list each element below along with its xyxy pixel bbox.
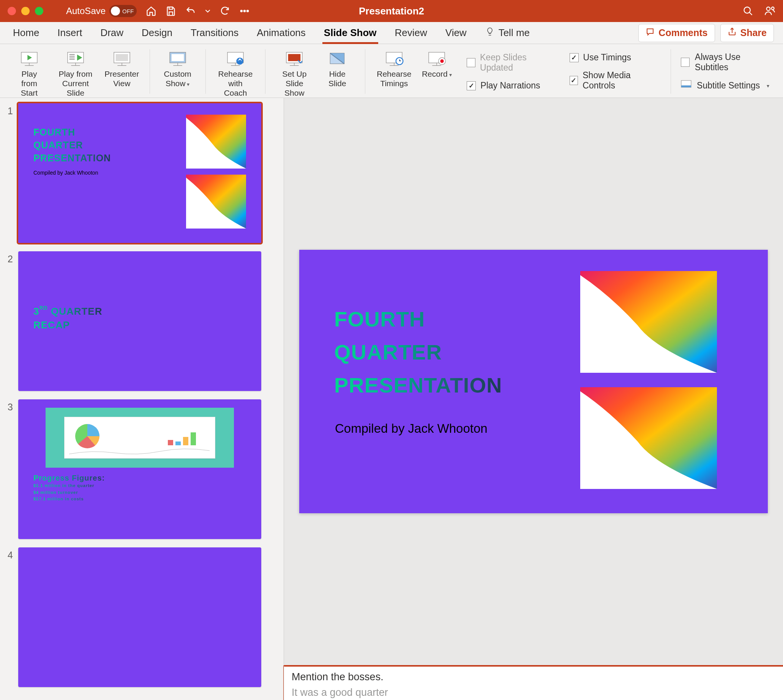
hide-slide-label: Hide Slide (329, 69, 346, 88)
slide-number: 4 (2, 547, 13, 561)
minimize-window-button[interactable] (21, 7, 30, 15)
thumb3-chart-bg (45, 408, 234, 468)
record-button[interactable]: Record▾ (416, 48, 457, 80)
thumb-title-block: FOURTH QUARTER PRESENTATION Compiled by … (33, 126, 111, 176)
autosave-state: OFF (122, 8, 134, 15)
tab-home[interactable]: Home (4, 22, 48, 44)
ribbon-group-custom: Custom Show▾ (154, 46, 202, 97)
thumb3-chart-card (64, 417, 215, 458)
tab-review[interactable]: Review (386, 22, 436, 44)
custom-show-label: Custom Show▾ (164, 69, 191, 88)
rehearse-timings-icon (384, 50, 405, 67)
search-icon[interactable] (743, 6, 753, 16)
svg-point-0 (241, 10, 242, 12)
lightbulb-icon (485, 27, 495, 39)
home-icon[interactable] (146, 6, 157, 16)
ribbon-group-rehearse: Rehearse with Coach (210, 46, 262, 97)
maximize-window-button[interactable] (35, 7, 43, 15)
svg-point-5 (771, 7, 774, 10)
setup-slide-show-button[interactable]: Set Up Slide Show (272, 48, 316, 100)
tab-insert[interactable]: Insert (48, 22, 91, 44)
account-icon[interactable] (765, 6, 775, 16)
slide-thumbnail-2[interactable]: 3RD QUARTER RECAP (18, 251, 261, 391)
bar-chart-icon (168, 432, 196, 445)
tab-draw[interactable]: Draw (91, 22, 132, 44)
always-use-subtitles-checkbox[interactable]: Always Use Subtitles (681, 52, 771, 73)
play-narrations-label: Play Narrations (480, 80, 540, 91)
svg-rect-10 (70, 58, 75, 60)
redo-icon[interactable] (219, 6, 230, 16)
autosave-toggle[interactable]: OFF (109, 5, 137, 17)
subtitle-settings-button[interactable]: Subtitle Settings▾ (681, 80, 771, 92)
slide-number: 2 (2, 251, 13, 265)
slide-number: 3 (2, 399, 13, 413)
play-from-current-label: Play from Current Slide (55, 69, 97, 98)
checkbox-icon (569, 76, 578, 85)
thumb3-item2: $4 million turnover (33, 489, 105, 496)
share-icon (728, 27, 737, 39)
custom-show-button[interactable]: Custom Show▾ (157, 48, 199, 90)
record-icon (426, 50, 447, 67)
chevron-down-icon: ▾ (767, 83, 769, 89)
ribbon-checks-right: Use Timings Show Media Controls (564, 46, 667, 97)
close-window-button[interactable] (8, 7, 16, 15)
thumb-title-block: 3RD QUARTER RECAP (33, 305, 102, 332)
main-title-block[interactable]: FOURTH QUARTER PRESENTATION (334, 303, 502, 402)
play-from-start-button[interactable]: Play from Start (8, 48, 50, 100)
main-line1: FOURTH (334, 303, 502, 336)
use-timings-checkbox[interactable]: Use Timings (569, 52, 661, 63)
document-title: Presentation2 (359, 5, 424, 17)
ribbon-separator (265, 49, 265, 94)
rehearse-timings-button[interactable]: Rehearse Timings (372, 48, 416, 90)
comments-button[interactable]: Comments (638, 24, 715, 42)
slide-thumbnail-panel[interactable]: 1 FOURTH QUARTER PRESENTATION Compiled b… (0, 98, 284, 700)
ribbon-separator (205, 49, 206, 94)
main-subtitle[interactable]: Compiled by Jack Whooton (335, 422, 487, 436)
more-icon[interactable] (239, 6, 250, 16)
tab-slide-show[interactable]: Slide Show (315, 22, 386, 44)
slide-thumbnail-1[interactable]: FOURTH QUARTER PRESENTATION Compiled by … (18, 103, 261, 243)
show-media-controls-checkbox[interactable]: Show Media Controls (569, 70, 661, 91)
undo-dropdown-icon[interactable] (205, 6, 210, 16)
save-icon[interactable] (165, 6, 176, 16)
speaker-notes-pane[interactable]: Mention the bosses. It was a good quarte… (284, 665, 783, 700)
tab-transitions[interactable]: Transitions (182, 22, 247, 44)
svg-point-17 (239, 58, 241, 60)
use-timings-label: Use Timings (583, 52, 631, 63)
play-narrations-checkbox[interactable]: Play Narrations (467, 80, 557, 91)
slide-thumbnail-4[interactable] (18, 547, 261, 687)
svg-point-4 (767, 7, 770, 11)
slide-canvas[interactable]: FOURTH QUARTER PRESENTATION Compiled by … (284, 98, 783, 665)
ribbon-subtitles-group: Always Use Subtitles Subtitle Settings▾ (675, 46, 778, 97)
hide-slide-button[interactable]: Hide Slide (316, 48, 358, 90)
ribbon-separator (365, 49, 365, 94)
main-slide[interactable]: FOURTH QUARTER PRESENTATION Compiled by … (299, 250, 768, 513)
slide-thumbnail-row: 4 (2, 546, 284, 688)
always-use-subtitles-label: Always Use Subtitles (695, 52, 771, 73)
main-image-top[interactable] (580, 271, 717, 373)
ribbon-group-start: Play from Start Play from Current Slide … (5, 46, 146, 97)
play-from-start-label: Play from Start (13, 69, 45, 98)
notes-line2: It was a good quarter (292, 685, 775, 700)
presenter-view-button[interactable]: Presenter View (101, 48, 143, 90)
tab-view[interactable]: View (436, 22, 476, 44)
slide-thumbnail-3[interactable]: Progress Figures: $1.1 million in the qu… (18, 399, 261, 539)
undo-icon[interactable] (185, 6, 196, 16)
svg-rect-9 (70, 56, 75, 58)
tab-design[interactable]: Design (132, 22, 182, 44)
tell-me-search[interactable]: Tell me (485, 27, 530, 39)
tab-animations[interactable]: Animations (247, 22, 315, 44)
slide-thumbnail-row: 3 Progress Figures: (2, 398, 284, 540)
window-controls (8, 7, 43, 15)
hide-slide-icon (327, 50, 348, 67)
main-image-bottom[interactable] (580, 387, 717, 489)
tell-me-label: Tell me (499, 27, 530, 39)
share-button[interactable]: Share (720, 24, 774, 42)
custom-show-icon (167, 50, 189, 67)
rehearse-coach-button[interactable]: Rehearse with Coach (213, 48, 259, 100)
setup-icon (284, 50, 305, 67)
play-from-current-button[interactable]: Play from Current Slide (50, 48, 101, 100)
subtitle-settings-label: Subtitle Settings (697, 80, 760, 91)
svg-rect-12 (115, 54, 128, 61)
window-titlebar: AutoSave OFF Presentation2 (0, 0, 783, 22)
